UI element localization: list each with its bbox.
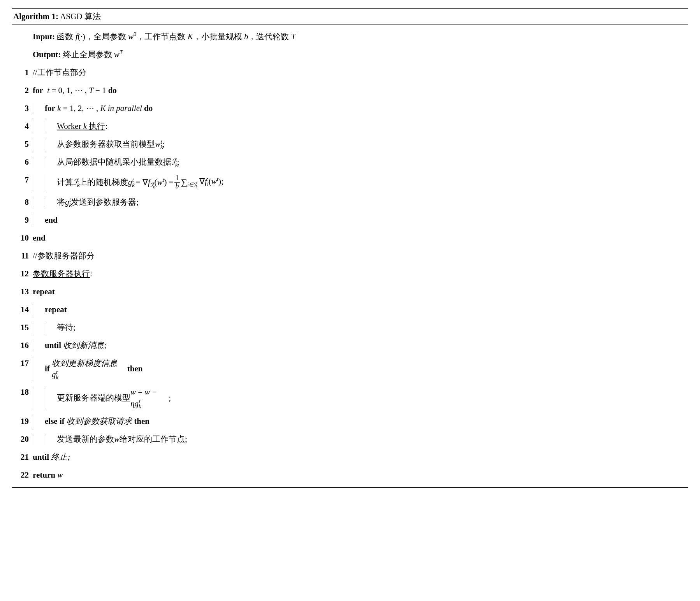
line-4: 4 Worker k 执行:: [12, 118, 688, 135]
until-keyword: until: [33, 452, 49, 463]
return-value: w: [57, 469, 63, 481]
until-cond: 收到新消息;: [63, 340, 107, 351]
for-condition: t = 0, 1, ⋯ , T − 1: [47, 85, 106, 96]
end-keyword: end: [45, 214, 58, 226]
elseif-keyword: else if: [45, 416, 65, 427]
line-12: 12 参数服务器执行:: [12, 265, 688, 283]
do-keyword: do: [108, 85, 117, 96]
if-keyword: if: [45, 363, 50, 374]
line-11: 11 //参数服务器部分: [12, 247, 688, 265]
then-keyword: then: [134, 416, 149, 427]
bottom-rule: [12, 487, 688, 488]
output-line: Output: 终止全局参数 wT: [12, 46, 688, 64]
step-compute-gradient: 计算 ℐkt 上的随机梯度 gkt = ∇fℐkt(wt) = 1b ∑i∈ℐk…: [57, 174, 688, 190]
line-14: 14 repeat: [12, 301, 688, 319]
elseif-condition: 收到参数获取请求: [67, 416, 132, 427]
repeat-keyword: repeat: [45, 304, 67, 315]
if-condition: 收到更新梯度信息 gkt: [52, 358, 125, 381]
line-15: 15 等待;: [12, 319, 688, 337]
return-keyword: return: [33, 469, 55, 481]
line-19: 19 else if 收到参数获取请求 then: [12, 413, 688, 431]
step-wait: 等待;: [57, 322, 688, 333]
until-keyword: until: [45, 340, 61, 351]
step-update-model: 更新服务器端的模型 w = w − ηgkt;: [57, 387, 688, 409]
input-line: Input: 函数 f(·)，全局参数 w0，工作节点数 K，小批量规模 b，迭…: [12, 28, 688, 46]
comment-server: //参数服务器部分: [33, 250, 688, 262]
algorithm-title: ASGD 算法: [60, 12, 100, 21]
line-5: 5 从参数服务器获取当前模型 wkt;: [12, 135, 688, 153]
line-9: 9 end: [12, 211, 688, 229]
algorithm-number: Algorithm 1:: [13, 12, 58, 21]
line-2: 2 for t = 0, 1, ⋯ , T − 1 do: [12, 82, 688, 100]
input-text: 函数 f(·)，全局参数 w0，工作节点数 K，小批量规模 b，迭代轮数 T: [57, 31, 295, 42]
line-3: 3 for k = 1, 2, ⋯ , K in parallel do: [12, 100, 688, 118]
line-16: 16 until 收到新消息;: [12, 337, 688, 355]
algorithm-title-line: Algorithm 1: ASGD 算法: [12, 9, 688, 25]
line-20: 20 发送最新的参数 w 给对应的工作节点;: [12, 431, 688, 448]
line-22: 22 return w: [12, 466, 688, 484]
line-10: 10 end: [12, 229, 688, 247]
for-condition: k = 1, 2, ⋯ , K: [57, 103, 106, 114]
until-cond: 终止;: [51, 452, 70, 463]
line-18: 18 更新服务器端的模型 w = w − ηgkt;: [12, 383, 688, 413]
do-keyword: do: [144, 103, 153, 114]
line-1: 1 //工作节点部分: [12, 64, 688, 82]
for-keyword: for: [45, 103, 55, 114]
line-6: 6 从局部数据中随机采小批量数据 ℐkt;: [12, 153, 688, 171]
step-fetch-model: 从参数服务器获取当前模型 wkt;: [57, 139, 688, 150]
end-keyword: end: [33, 232, 46, 244]
step-send-gradient: 将 gkt 发送到参数服务器;: [57, 197, 688, 208]
line-7: 7 计算 ℐkt 上的随机梯度 gkt = ∇fℐkt(wt) = 1b ∑i∈…: [12, 171, 688, 193]
line-17: 17 if 收到更新梯度信息 gkt then: [12, 355, 688, 384]
line-8: 8 将 gkt 发送到参数服务器;: [12, 193, 688, 211]
repeat-keyword: repeat: [33, 286, 55, 297]
server-exec: 参数服务器执行: [33, 268, 90, 279]
for-keyword: for: [33, 85, 43, 96]
input-label: Input:: [33, 31, 55, 42]
worker-exec: Worker k 执行: [57, 121, 105, 132]
algorithm-body: Input: 函数 f(·)，全局参数 w0，工作节点数 K，小批量规模 b，迭…: [12, 25, 688, 487]
line-21: 21 until 终止;: [12, 448, 688, 466]
then-keyword: then: [127, 363, 143, 374]
algorithm-block: Algorithm 1: ASGD 算法 Input: 函数 f(·)，全局参数…: [12, 8, 688, 488]
in-parallel: in parallel: [108, 103, 142, 114]
output-label: Output:: [33, 49, 61, 60]
line-13: 13 repeat: [12, 283, 688, 301]
comment-worker: //工作节点部分: [33, 67, 688, 78]
step-send-params: 发送最新的参数 w 给对应的工作节点;: [57, 434, 688, 445]
step-sample-batch: 从局部数据中随机采小批量数据 ℐkt;: [57, 156, 688, 168]
output-text: 终止全局参数 wT: [63, 49, 123, 60]
